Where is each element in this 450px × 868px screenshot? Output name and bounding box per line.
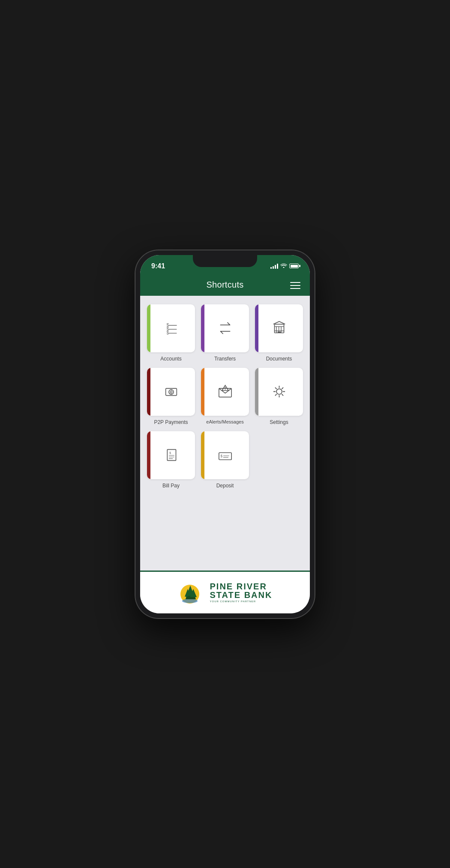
empty-slot	[255, 431, 303, 489]
transfers-icon	[213, 316, 237, 340]
phone-notch	[193, 255, 257, 267]
status-icons	[270, 263, 300, 269]
shortcut-documents[interactable]: Documents	[255, 304, 303, 362]
app-footer: Pine River State Bank Your Community Par…	[140, 571, 310, 613]
billpay-icon: $	[159, 443, 183, 467]
svg-point-33	[182, 599, 198, 603]
shortcut-transfers[interactable]: Transfers	[201, 304, 249, 362]
app-header: Shortcuts	[140, 276, 310, 296]
accounts-icon: $ $ $	[159, 316, 183, 340]
signal-icon	[270, 264, 278, 269]
shortcut-accounts[interactable]: $ $ $ Accounts	[147, 304, 195, 362]
phone-screen: 9:41	[140, 255, 310, 613]
battery-icon	[289, 264, 300, 268]
deposit-icon: $	[213, 443, 237, 467]
transfers-label: Transfers	[214, 356, 236, 362]
svg-point-21	[225, 389, 225, 390]
settings-label: Settings	[270, 419, 288, 425]
bank-name-line1: Pine River	[210, 582, 273, 591]
logo-text: Pine River State Bank Your Community Par…	[210, 582, 273, 603]
bank-logo: Pine River State Bank Your Community Par…	[178, 579, 273, 607]
header-title: Shortcuts	[206, 280, 243, 290]
billpay-label: Bill Pay	[162, 483, 180, 489]
svg-rect-13	[277, 332, 280, 333]
svg-text:$: $	[220, 454, 222, 458]
documents-label: Documents	[266, 356, 292, 362]
p2p-card[interactable]	[147, 368, 195, 416]
svg-text:$: $	[166, 330, 169, 335]
shortcuts-row-3: $ Bill Pay $	[147, 431, 303, 489]
deposit-label: Deposit	[216, 483, 234, 489]
ealerts-label: eAlerts/Messages	[206, 419, 243, 424]
shortcut-settings[interactable]: Settings	[255, 368, 303, 425]
shortcuts-row-1: $ $ $ Accounts	[147, 304, 303, 362]
accounts-card[interactable]: $ $ $	[147, 304, 195, 352]
shortcut-ealerts[interactable]: eAlerts/Messages	[201, 368, 249, 425]
hamburger-button[interactable]	[288, 280, 302, 291]
shortcut-p2p[interactable]: P2P Payments	[147, 368, 195, 425]
shortcut-deposit[interactable]: $ Deposit	[201, 431, 249, 489]
bank-tagline: Your Community Partner	[210, 600, 273, 603]
bank-name-line2: State Bank	[210, 591, 273, 599]
documents-icon	[267, 316, 291, 340]
main-content: $ $ $ Accounts	[140, 296, 310, 571]
documents-card[interactable]	[255, 304, 303, 352]
billpay-card[interactable]: $	[147, 431, 195, 479]
svg-point-22	[276, 389, 282, 394]
logo-emblem	[178, 579, 206, 607]
p2p-label: P2P Payments	[154, 419, 188, 425]
accounts-label: Accounts	[160, 356, 181, 362]
svg-rect-23	[167, 450, 176, 461]
settings-icon	[267, 380, 291, 403]
transfers-card[interactable]	[201, 304, 249, 352]
ealerts-card[interactable]	[201, 368, 249, 416]
deposit-card[interactable]: $	[201, 431, 249, 479]
p2p-icon	[159, 380, 183, 403]
svg-point-16	[170, 391, 172, 393]
settings-card[interactable]	[255, 368, 303, 416]
ealerts-icon	[213, 380, 237, 403]
wifi-icon	[280, 263, 287, 269]
shortcuts-row-2: P2P Payments	[147, 368, 303, 425]
phone-frame: 9:41	[135, 250, 315, 619]
svg-rect-7	[274, 324, 284, 333]
shortcut-billpay[interactable]: $ Bill Pay	[147, 431, 195, 489]
status-time: 9:41	[150, 262, 165, 270]
svg-text:$: $	[169, 451, 171, 455]
